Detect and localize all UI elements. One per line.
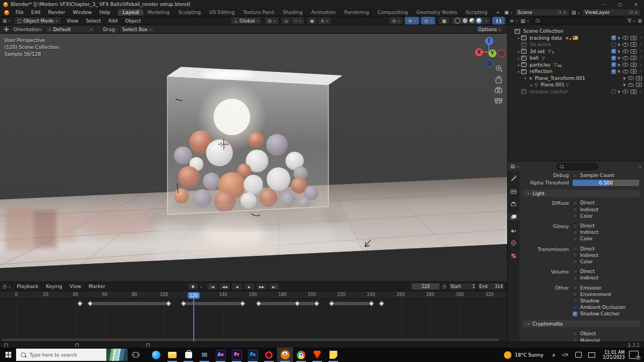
editor-type-icon[interactable]: ⊞ xyxy=(3,18,7,24)
pivot-point-dropdown[interactable]: ◎∨ xyxy=(264,17,279,25)
sample-count-checkbox[interactable] xyxy=(573,173,577,178)
timeline-ruler[interactable]: 0204060801001201401601802002202402602803… xyxy=(0,291,507,299)
pass-checkbox[interactable]: ✓ xyxy=(573,230,577,235)
outliner-row[interactable]: ▾ + ▽ reflection + ▽ ▽ ✓ ↗ xyxy=(508,68,644,75)
taskbar-app-photoshop[interactable]: Ps xyxy=(245,348,261,362)
outliner-display-mode-icon[interactable]: ▤ xyxy=(521,18,525,24)
copy-scene-icon[interactable]: ❏ xyxy=(558,10,561,14)
gizmo-z-axis[interactable]: Z xyxy=(485,37,493,45)
workspace-tab[interactable]: Scripting xyxy=(462,9,492,16)
hide-eye-icon[interactable] xyxy=(628,83,634,87)
weather-text[interactable]: 18°C Sunny xyxy=(515,352,543,358)
menu-item[interactable]: Help xyxy=(96,10,114,15)
render-visibility-icon[interactable] xyxy=(631,63,636,67)
tab-texture[interactable] xyxy=(508,252,519,260)
taskbar-app-chrome[interactable] xyxy=(293,348,309,362)
expand-arrow-icon[interactable]: ▾ xyxy=(523,76,528,80)
expand-arrow-icon[interactable]: ▸ xyxy=(516,63,521,67)
tray-expand-icon[interactable]: ∧ xyxy=(552,352,556,358)
timeline-menu-item[interactable]: Keying xyxy=(42,284,65,289)
render-visibility-icon[interactable] xyxy=(631,36,636,40)
outliner-item-label[interactable]: particles xyxy=(530,62,551,68)
transform-orientation-dropdown[interactable]: ⊥ Global∨ xyxy=(230,17,262,25)
tab-render[interactable] xyxy=(508,187,519,195)
outliner-item-label[interactable]: 3d set xyxy=(530,49,545,54)
viewport-3d[interactable]: User Perspective (120) Scene Collection … xyxy=(0,34,507,282)
outliner-row[interactable]: ▸ + ▽ tracking data + ▽ 4 ▽ ✓ ↗ xyxy=(508,35,644,42)
keyframe-range-bar[interactable] xyxy=(90,302,169,305)
hide-eye-icon[interactable] xyxy=(623,56,628,60)
clock[interactable]: 11:01 AM 1/21/2023 xyxy=(603,350,625,360)
task-view-button[interactable] xyxy=(128,348,144,362)
pass-checkbox[interactable]: ✓ xyxy=(573,292,577,297)
unlink-scene-icon[interactable]: × xyxy=(562,10,567,15)
timeline-canvas[interactable] xyxy=(0,299,507,342)
pass-checkbox[interactable]: ✓ xyxy=(573,201,577,205)
menu-item[interactable]: File xyxy=(12,10,27,15)
taskbar-app-blender[interactable] xyxy=(277,348,293,362)
snap-toggle[interactable]: ∪ xyxy=(281,17,291,25)
mode-selector[interactable]: ◻ Object Mode∨ xyxy=(14,17,61,25)
exclude-checkbox[interactable]: ✓ xyxy=(611,62,616,67)
wireframe-shading-button[interactable] xyxy=(455,18,460,24)
transport-button[interactable]: ▶| xyxy=(268,283,280,290)
selectable-icon[interactable] xyxy=(623,83,626,87)
taskbar-app-explorer[interactable] xyxy=(164,348,180,362)
workspace-tab[interactable]: Layout xyxy=(118,9,143,16)
selectable-icon[interactable] xyxy=(618,49,620,53)
copy-layer-icon[interactable]: ❏ xyxy=(629,10,632,14)
render-visibility-icon[interactable] xyxy=(631,49,636,54)
hide-eye-icon[interactable] xyxy=(623,63,628,67)
expand-arrow-icon[interactable]: ▾ xyxy=(516,70,521,73)
expand-arrow-icon[interactable]: ▸ xyxy=(516,36,521,40)
expand-arrow-icon[interactable]: ▸ xyxy=(516,56,521,60)
workspace-tab[interactable]: Modeling xyxy=(143,9,174,16)
keyframe-range-bar[interactable] xyxy=(331,302,371,305)
filter-icon[interactable]: ∇ xyxy=(628,18,631,24)
pass-checkbox[interactable]: ✓ xyxy=(573,246,577,251)
pass-checkbox[interactable]: ✓ xyxy=(573,213,577,218)
timeline-scrollbar[interactable] xyxy=(2,338,499,341)
hide-eye-icon[interactable] xyxy=(628,76,634,80)
render-visibility-icon[interactable] xyxy=(631,69,636,73)
exclude-checkbox[interactable]: ✓ xyxy=(611,49,616,54)
pass-checkbox[interactable]: ✓ xyxy=(573,259,577,264)
taskbar-search[interactable]: Type here to search xyxy=(16,349,128,361)
new-collection-icon[interactable]: ⊞ xyxy=(638,18,642,24)
holdout-icon[interactable]: ↗ xyxy=(639,36,642,40)
taskbar-app-store[interactable] xyxy=(180,348,196,362)
overlays-toggle[interactable]: ◎∨ xyxy=(421,17,435,25)
timeline-menu-item[interactable]: Playback xyxy=(13,284,42,289)
selectable-icon[interactable] xyxy=(618,90,620,93)
remove-layer-icon[interactable]: × xyxy=(634,10,638,15)
pass-checkbox[interactable]: ✓ xyxy=(573,207,577,212)
workspace-tab[interactable]: Shading xyxy=(279,9,307,16)
outliner-item-label[interactable]: ball xyxy=(530,55,538,61)
holdout-icon[interactable]: ↗ xyxy=(639,49,642,54)
render-visibility-icon[interactable] xyxy=(636,83,642,87)
transport-button[interactable]: ◀◀ xyxy=(219,283,230,290)
rendered-shading-button[interactable] xyxy=(477,18,481,23)
menu-item[interactable]: Window xyxy=(69,10,96,15)
outliner-editor-icon[interactable]: ≡ xyxy=(510,18,514,24)
render-visibility-icon[interactable] xyxy=(631,56,636,60)
outliner-row[interactable]: ▸ + ▽ 3d set + ▽ 3 ▽ ✓ ↗ xyxy=(508,48,644,55)
keyframe-diamond[interactable] xyxy=(77,300,83,306)
keying-set-dropdown[interactable]: ∨ xyxy=(200,285,202,289)
properties-editor-icon[interactable]: ▤ xyxy=(510,164,515,169)
tool-orientation-dropdown[interactable]: ⊥ Default ∨ xyxy=(45,25,96,33)
scene-selector[interactable]: Scene ❏ × xyxy=(515,9,569,16)
taskbar-app-brave[interactable] xyxy=(309,348,325,362)
outliner-item-label[interactable]: Plane_Transform.001 xyxy=(535,76,586,81)
stopwatch-icon[interactable]: ◷ xyxy=(442,284,447,289)
taskbar-app-mail[interactable]: ✉ xyxy=(196,348,213,362)
holdout-icon[interactable]: ↗ xyxy=(639,69,642,73)
exclude-checkbox[interactable]: ✓ xyxy=(611,56,616,61)
frame-end-field[interactable]: End314 xyxy=(478,283,504,290)
menu-item[interactable]: Edit xyxy=(27,10,44,15)
hide-eye-icon[interactable] xyxy=(623,36,628,40)
outliner-row[interactable]: ▸ + ▽ Plane.001 + ▽ ▽ ✓ ↗ xyxy=(508,82,644,88)
proportional-editing-toggle[interactable]: ◉ xyxy=(307,17,318,25)
tray-app-icon[interactable] xyxy=(575,352,582,358)
timeline-menu-item[interactable]: Marker xyxy=(85,284,109,289)
